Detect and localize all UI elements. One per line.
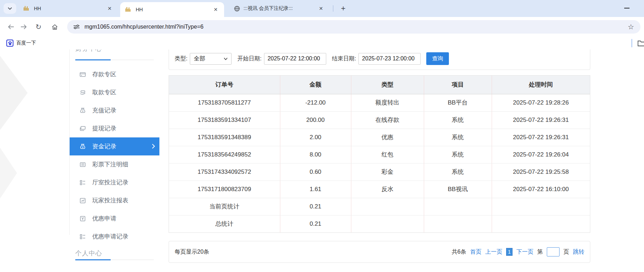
next-page-link[interactable]: 下一页 xyxy=(516,248,533,256)
total-count-text: 共6条 xyxy=(452,248,466,256)
cell-amount: 8.00 xyxy=(280,146,351,163)
type-select[interactable]: 全部 xyxy=(190,53,232,65)
cell-order-no: 1753183564249852 xyxy=(169,146,280,163)
cell-amount: 1.61 xyxy=(280,181,351,198)
first-page-link[interactable]: 首页 xyxy=(470,248,481,256)
forward-button[interactable] xyxy=(18,22,29,32)
column-header-amount: 金额 xyxy=(280,76,351,94)
end-date-input[interactable] xyxy=(358,53,421,65)
sidebar-item-label: 资金记录 xyxy=(92,142,116,150)
chevron-down-icon xyxy=(8,7,12,10)
jump-button[interactable]: 跳转 xyxy=(573,248,584,256)
tab-title: HH xyxy=(34,6,103,11)
fund-bag-icon: ¥ xyxy=(80,143,86,150)
window-minimize-button[interactable] xyxy=(624,8,630,8)
cell-time: 2025-07-22 19:26:04 xyxy=(492,146,590,163)
site-info-icon[interactable] xyxy=(74,24,80,29)
grid-list-icon xyxy=(80,233,86,240)
back-button[interactable] xyxy=(6,22,16,32)
tab-title: HH xyxy=(136,7,209,12)
current-page-badge[interactable]: 1 xyxy=(506,248,513,256)
sidebar-item-deposit-zone[interactable]: 存款专区 xyxy=(70,65,159,83)
type-filter-label: 类型: xyxy=(175,55,187,63)
cell-project: 系统 xyxy=(424,163,492,181)
address-bar[interactable]: mgm1065.com/hhcp/usercenter.html?iniType… xyxy=(67,20,640,34)
bookmark-star-icon[interactable]: ☆ xyxy=(628,23,634,31)
sidebar-item-lottery-bet-details[interactable]: 彩票下注明细 xyxy=(70,155,159,173)
column-header-time: 处理时间 xyxy=(492,76,590,94)
grid-list-icon xyxy=(80,179,86,186)
column-header-project: 项目 xyxy=(424,76,492,94)
cell-summary-label: 总统计 xyxy=(169,215,280,232)
filter-panel: 类型: 全部 开始日期: 结束日期: 查询 xyxy=(169,49,590,70)
sidebar-section-finance: 财务中心 xyxy=(75,49,102,53)
url-text[interactable]: mgm1065.com/hhcp/usercenter.html?iniType… xyxy=(84,24,623,30)
sidebar-item-withdrawal-records[interactable]: 提现记录 xyxy=(70,119,159,137)
cell-time: 2025-07-22 19:28:26 xyxy=(492,94,590,111)
sidebar-item-withdraw-zone[interactable]: 取款专区 xyxy=(70,83,159,101)
sidebar-item-label: 优惠申请记录 xyxy=(92,232,128,241)
cell-order-no: 1753171800823709 xyxy=(169,181,280,198)
sidebar-item-promo-apply[interactable]: 优惠申请 xyxy=(70,209,159,227)
browser-tab-bar: HH ✕ HH ✕ :::视讯 会员下注纪录::: ✕ ＋ xyxy=(0,0,644,17)
section-rule-accent xyxy=(75,59,111,60)
sidebar-item-fund-records[interactable]: ¥ 资金记录 xyxy=(70,137,159,155)
cell-order-no: 1753183591334107 xyxy=(169,111,280,129)
page-content: 财务中心 存款专区 取款专区 ¥ 充值记录 xyxy=(0,49,644,272)
sidebar-item-promo-apply-records[interactable]: 优惠申请记录 xyxy=(70,227,159,246)
cell-amount: 2.00 xyxy=(280,129,351,146)
sidebar-item-hall-bet-records[interactable]: 厅室投注记录 xyxy=(70,173,159,191)
tab-hh-1[interactable]: HH ✕ xyxy=(18,0,118,17)
records-table: 订单号 金额 类型 项目 处理时间 1753183705811277 -212.… xyxy=(169,75,590,233)
new-tab-button[interactable]: ＋ xyxy=(338,3,349,13)
close-icon[interactable]: ✕ xyxy=(212,6,219,13)
cell-empty xyxy=(492,198,590,215)
bookmark-label: 百度一下 xyxy=(16,40,36,46)
jump-prefix-label: 第 xyxy=(537,248,543,256)
bookmark-baidu[interactable]: 百度一下 xyxy=(4,39,38,48)
cell-summary-amount: 0.21 xyxy=(280,215,351,232)
jump-page-input[interactable] xyxy=(547,247,560,256)
chart-report-icon xyxy=(80,197,86,204)
close-icon[interactable]: ✕ xyxy=(317,5,324,12)
sidebar-item-player-bet-report[interactable]: 玩家投注报表 xyxy=(70,191,159,209)
decor-triangle xyxy=(0,56,28,130)
tab-search-button[interactable] xyxy=(4,3,16,14)
cell-project: 系统 xyxy=(424,129,492,146)
summary-row-page: 当前页统计 0.21 xyxy=(169,198,590,215)
cell-project: 系统 xyxy=(424,111,492,129)
table-row: 1753183591348389 2.00 优惠 系统 2025-07-22 1… xyxy=(169,129,590,146)
side-panel-icon[interactable] xyxy=(637,39,644,47)
chevron-down-icon xyxy=(224,58,228,60)
cell-order-no: 1753183591348389 xyxy=(169,129,280,146)
sidebar-item-recharge-records[interactable]: ¥ 充值记录 xyxy=(70,101,159,119)
tab-hh-2-active[interactable]: HH ✕ xyxy=(120,2,224,17)
summary-row-total: 总统计 0.21 xyxy=(169,215,590,232)
browser-toolbar: ↻ mgm1065.com/hhcp/usercenter.html?iniTy… xyxy=(0,17,644,37)
cash-cards-icon xyxy=(80,125,86,132)
cell-empty xyxy=(492,215,590,232)
column-header-order-no: 订单号 xyxy=(169,76,280,94)
reload-button[interactable]: ↻ xyxy=(33,22,44,32)
hand-money-icon xyxy=(80,89,86,96)
pagination-panel: 每页显示20条 共6条 首页 上一页 1 下一页 第 页 跳转 xyxy=(169,241,590,263)
table-row: 1753183564249852 8.00 红包 系统 2025-07-22 1… xyxy=(169,146,590,163)
promo-apply-icon xyxy=(80,215,86,222)
cell-type: 反水 xyxy=(351,181,424,198)
gold-logo-icon xyxy=(125,7,132,12)
globe-icon xyxy=(234,6,240,12)
cell-time: 2025-07-22 16:10:00 xyxy=(492,181,590,198)
close-icon[interactable]: ✕ xyxy=(106,5,113,12)
cell-summary-amount: 0.21 xyxy=(280,198,351,215)
start-date-input[interactable] xyxy=(264,53,326,65)
cell-empty xyxy=(424,215,492,232)
svg-text:¥: ¥ xyxy=(82,145,84,148)
home-button[interactable] xyxy=(49,22,60,32)
tab-video-records[interactable]: :::视讯 会员下注纪录::: ✕ xyxy=(229,0,329,17)
sidebar-item-label: 厅室投注记录 xyxy=(92,178,128,187)
table-row: 1753171800823709 1.61 反水 BB视讯 2025-07-22… xyxy=(169,181,590,198)
table-row: 1753183591334107 200.00 在线存款 系统 2025-07-… xyxy=(169,111,590,129)
search-button[interactable]: 查询 xyxy=(426,52,449,65)
end-date-label: 结束日期: xyxy=(332,55,356,63)
prev-page-link[interactable]: 上一页 xyxy=(485,248,502,256)
